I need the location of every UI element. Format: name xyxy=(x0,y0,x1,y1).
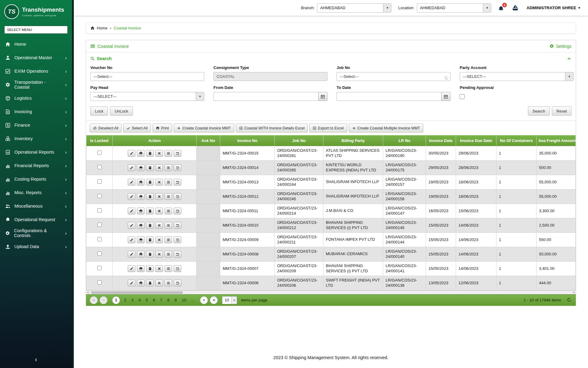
list-row-button[interactable] xyxy=(164,150,172,157)
edit-row-button[interactable] xyxy=(128,208,135,214)
page-3-button[interactable]: 3 xyxy=(129,298,136,302)
sidebar-item-upload-data[interactable]: Upload Data › xyxy=(0,240,72,253)
copy-row-button[interactable] xyxy=(146,236,154,243)
column-header-invoice-no[interactable]: Invoice No xyxy=(220,135,275,146)
page-8-button[interactable]: 8 xyxy=(165,298,172,302)
branch-select[interactable]: AHMEDABAD ▾ xyxy=(317,3,391,13)
page-9-button[interactable]: 9 xyxy=(172,298,179,302)
row-lock-checkbox[interactable] xyxy=(97,165,102,169)
refresh-button[interactable] xyxy=(566,297,572,303)
sidebar-item-misc-reports[interactable]: Misc. Reports › xyxy=(0,186,72,199)
page-7-button[interactable]: 7 xyxy=(158,298,165,302)
print-row-button[interactable] xyxy=(137,193,145,200)
page-4-button[interactable]: 4 xyxy=(136,298,143,302)
column-header-ack-no[interactable]: Ack No xyxy=(197,135,220,146)
print-row-button[interactable] xyxy=(137,150,145,157)
copy-row-button[interactable] xyxy=(146,208,154,214)
sidebar-item-finance[interactable]: Finance › xyxy=(0,118,72,132)
row-lock-checkbox[interactable] xyxy=(97,194,102,198)
print-row-button[interactable] xyxy=(137,280,145,286)
undo-row-button[interactable] xyxy=(174,208,181,214)
last-page-button[interactable] xyxy=(210,296,218,304)
list-row-button[interactable] xyxy=(164,251,172,258)
column-header-sea-freight-amount[interactable]: Sea Freight Amount xyxy=(537,135,576,146)
party-account-select[interactable]: ---SELECT--- ▾ xyxy=(460,72,574,81)
list-row-button[interactable] xyxy=(164,222,172,229)
row-lock-checkbox[interactable] xyxy=(97,280,102,285)
edit-row-button[interactable] xyxy=(128,265,135,272)
prev-page-button[interactable] xyxy=(100,296,107,304)
column-header-is-locked[interactable]: Is Locked xyxy=(86,135,113,146)
sidebar-item-logistics[interactable]: Logistics › xyxy=(0,91,72,105)
next-page-button[interactable] xyxy=(200,296,208,304)
page-size-select[interactable]: 10 ▾ xyxy=(222,296,237,304)
row-lock-checkbox[interactable] xyxy=(97,251,102,256)
edit-row-button[interactable] xyxy=(128,236,135,243)
unlock-button[interactable]: UnLock xyxy=(110,106,133,116)
copy-row-button[interactable] xyxy=(146,222,154,229)
copy-row-button[interactable] xyxy=(146,150,154,157)
edit-row-button[interactable] xyxy=(128,280,135,286)
sidebar-item-costing-reports[interactable]: Costing Reports › xyxy=(0,172,72,186)
sidebar-item-operational-reports[interactable]: Operational Reports › xyxy=(0,145,72,159)
delete-row-button[interactable] xyxy=(155,222,163,229)
print-row-button[interactable] xyxy=(137,179,145,186)
column-header-invoice-due-date[interactable]: Invoice Due Date xyxy=(456,135,496,146)
copy-row-button[interactable] xyxy=(146,193,154,200)
copy-row-button[interactable] xyxy=(146,251,154,258)
delete-row-button[interactable] xyxy=(155,280,163,286)
job-no-input[interactable] xyxy=(337,72,450,81)
sidebar-item-operational-request[interactable]: Operational Request › xyxy=(0,213,72,226)
list-row-button[interactable] xyxy=(164,193,172,200)
copy-row-button[interactable] xyxy=(146,179,154,186)
print-row-button[interactable] xyxy=(137,265,145,272)
sidebar-item-miscellaneous[interactable]: Miscellaneous › xyxy=(0,199,72,213)
delete-row-button[interactable] xyxy=(155,208,163,214)
sidebar-item-configurations-controls[interactable]: Configurations & Controls › xyxy=(0,226,72,240)
create-coastal-multiple-invoice-mmt-button[interactable]: Create Coastal Multiple Invoice MMT xyxy=(349,124,424,132)
sidebar-item-operational-master[interactable]: Operational Master › xyxy=(0,51,72,64)
sidebar-item-inventory[interactable]: Inventory › xyxy=(0,132,72,145)
edit-row-button[interactable] xyxy=(128,251,135,258)
print-row-button[interactable] xyxy=(137,222,145,229)
column-header-billing-party[interactable]: Billing Party xyxy=(323,135,383,146)
from-date-calendar-button[interactable] xyxy=(318,92,327,101)
reset-button[interactable]: Reset xyxy=(552,106,571,116)
undo-row-button[interactable] xyxy=(174,251,181,258)
undo-row-button[interactable] xyxy=(174,193,181,200)
print-row-button[interactable] xyxy=(137,236,145,243)
collapse-search-button[interactable] xyxy=(567,56,571,61)
undo-row-button[interactable] xyxy=(174,164,181,171)
page-6-button[interactable]: 6 xyxy=(150,298,158,302)
row-lock-checkbox[interactable] xyxy=(97,179,102,184)
export-to-excel-button[interactable]: Export to Excel xyxy=(309,124,347,132)
location-select[interactable]: AHMEDABAD ▾ xyxy=(417,3,491,13)
page-ellipsis-button[interactable]: ... xyxy=(189,298,197,302)
delete-row-button[interactable] xyxy=(155,164,163,171)
horizontal-scrollbar[interactable]: ◂ ▸ xyxy=(86,290,576,294)
sidebar-item-transportation-coastal[interactable]: Transportation - Coastal › xyxy=(0,78,72,91)
print-button[interactable]: Print xyxy=(153,124,172,132)
column-header-action[interactable]: Action xyxy=(113,135,197,146)
print-row-button[interactable] xyxy=(137,251,145,258)
undo-row-button[interactable] xyxy=(174,222,181,229)
undo-row-button[interactable] xyxy=(174,265,181,272)
column-header-job-no[interactable]: Job No xyxy=(275,135,323,146)
list-row-button[interactable] xyxy=(164,236,172,243)
undo-row-button[interactable] xyxy=(174,150,181,157)
search-button[interactable]: Search xyxy=(528,106,550,116)
scrollbar-thumb[interactable] xyxy=(91,291,183,294)
list-row-button[interactable] xyxy=(164,265,172,272)
row-lock-checkbox[interactable] xyxy=(97,208,102,213)
menu-search-input[interactable] xyxy=(4,26,68,34)
row-lock-checkbox[interactable] xyxy=(97,223,102,227)
lock-button[interactable]: Lock xyxy=(90,106,108,116)
scroll-left-arrow[interactable]: ◂ xyxy=(86,291,89,294)
page-10-button[interactable]: 10 xyxy=(179,298,189,302)
row-lock-checkbox[interactable] xyxy=(97,266,102,270)
undo-row-button[interactable] xyxy=(174,280,181,286)
delete-row-button[interactable] xyxy=(155,179,163,186)
breadcrumb-home-link[interactable]: Home xyxy=(97,26,107,30)
delete-row-button[interactable] xyxy=(155,265,163,272)
print-row-button[interactable] xyxy=(137,164,145,171)
